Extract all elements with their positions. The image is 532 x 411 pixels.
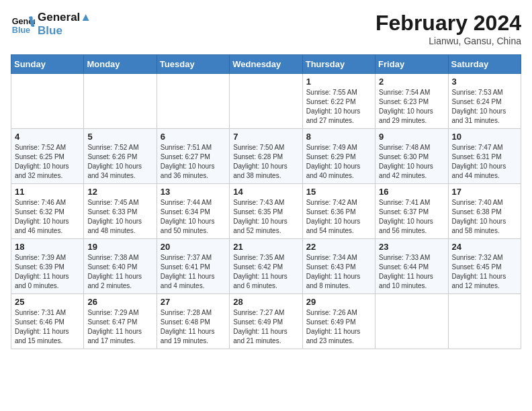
day-number: 14: [233, 187, 298, 197]
calendar-day-cell: 23Sunrise: 7:33 AM Sunset: 6:44 PM Dayli…: [375, 239, 448, 294]
calendar-week-row: 4Sunrise: 7:52 AM Sunset: 6:25 PM Daylig…: [11, 129, 521, 184]
day-info: Sunrise: 7:49 AM Sunset: 6:29 PM Dayligh…: [306, 143, 371, 181]
day-number: 17: [452, 187, 517, 197]
calendar-day-cell: 13Sunrise: 7:44 AM Sunset: 6:34 PM Dayli…: [157, 184, 229, 239]
location: Lianwu, Gansu, China: [375, 36, 521, 46]
day-number: 2: [379, 77, 444, 87]
day-number: 3: [452, 77, 517, 87]
calendar-day-cell: 1Sunrise: 7:55 AM Sunset: 6:22 PM Daylig…: [302, 74, 375, 129]
calendar-week-row: 18Sunrise: 7:39 AM Sunset: 6:39 PM Dayli…: [11, 239, 521, 294]
calendar-day-cell: 24Sunrise: 7:32 AM Sunset: 6:45 PM Dayli…: [448, 239, 521, 294]
day-info: Sunrise: 7:40 AM Sunset: 6:38 PM Dayligh…: [452, 198, 517, 236]
day-info: Sunrise: 7:38 AM Sunset: 6:40 PM Dayligh…: [87, 253, 152, 291]
day-info: Sunrise: 7:35 AM Sunset: 6:42 PM Dayligh…: [233, 253, 298, 291]
day-number: 19: [87, 242, 152, 252]
calendar-day-cell: 4Sunrise: 7:52 AM Sunset: 6:25 PM Daylig…: [11, 129, 84, 184]
weekday-header: Thursday: [302, 55, 375, 74]
day-number: 24: [452, 242, 517, 252]
day-info: Sunrise: 7:55 AM Sunset: 6:22 PM Dayligh…: [306, 88, 371, 126]
calendar-day-cell: 16Sunrise: 7:41 AM Sunset: 6:37 PM Dayli…: [375, 184, 448, 239]
calendar-day-cell: [11, 74, 84, 129]
weekday-header: Tuesday: [157, 55, 229, 74]
calendar-week-row: 11Sunrise: 7:46 AM Sunset: 6:32 PM Dayli…: [11, 184, 521, 239]
weekday-header: Monday: [84, 55, 157, 74]
weekday-header-row: SundayMondayTuesdayWednesdayThursdayFrid…: [11, 55, 521, 74]
day-number: 21: [233, 242, 298, 252]
day-number: 9: [379, 132, 444, 142]
day-info: Sunrise: 7:32 AM Sunset: 6:45 PM Dayligh…: [452, 253, 517, 291]
day-number: 22: [306, 242, 371, 252]
day-info: Sunrise: 7:52 AM Sunset: 6:25 PM Dayligh…: [15, 143, 80, 181]
day-number: 15: [306, 187, 371, 197]
day-number: 6: [161, 132, 226, 142]
day-number: 26: [87, 297, 152, 307]
calendar-day-cell: 17Sunrise: 7:40 AM Sunset: 6:38 PM Dayli…: [448, 184, 521, 239]
calendar-table: SundayMondayTuesdayWednesdayThursdayFrid…: [11, 54, 521, 349]
day-info: Sunrise: 7:33 AM Sunset: 6:44 PM Dayligh…: [379, 253, 444, 291]
calendar-day-cell: 9Sunrise: 7:48 AM Sunset: 6:30 PM Daylig…: [375, 129, 448, 184]
day-info: Sunrise: 7:34 AM Sunset: 6:43 PM Dayligh…: [306, 253, 371, 291]
calendar-day-cell: [375, 294, 448, 349]
calendar-day-cell: 10Sunrise: 7:47 AM Sunset: 6:31 PM Dayli…: [448, 129, 521, 184]
logo-text: General▲: [38, 11, 91, 24]
calendar-day-cell: [157, 74, 229, 129]
calendar-day-cell: [84, 74, 157, 129]
calendar-day-cell: 8Sunrise: 7:49 AM Sunset: 6:29 PM Daylig…: [302, 129, 375, 184]
day-info: Sunrise: 7:47 AM Sunset: 6:31 PM Dayligh…: [452, 143, 517, 181]
day-info: Sunrise: 7:37 AM Sunset: 6:41 PM Dayligh…: [161, 253, 226, 291]
day-number: 27: [161, 297, 226, 307]
calendar-day-cell: [230, 74, 302, 129]
day-info: Sunrise: 7:54 AM Sunset: 6:23 PM Dayligh…: [379, 88, 444, 126]
calendar-day-cell: 2Sunrise: 7:54 AM Sunset: 6:23 PM Daylig…: [375, 74, 448, 129]
calendar-day-cell: 28Sunrise: 7:27 AM Sunset: 6:49 PM Dayli…: [230, 294, 302, 349]
title-block: February 2024 Lianwu, Gansu, China: [375, 11, 521, 46]
calendar-day-cell: 29Sunrise: 7:26 AM Sunset: 6:49 PM Dayli…: [302, 294, 375, 349]
day-info: Sunrise: 7:44 AM Sunset: 6:34 PM Dayligh…: [161, 198, 226, 236]
calendar-day-cell: 3Sunrise: 7:53 AM Sunset: 6:24 PM Daylig…: [448, 74, 521, 129]
logo: General Blue General▲ Blue: [11, 11, 91, 38]
calendar-day-cell: 14Sunrise: 7:43 AM Sunset: 6:35 PM Dayli…: [230, 184, 302, 239]
day-number: 28: [233, 297, 298, 307]
day-info: Sunrise: 7:52 AM Sunset: 6:26 PM Dayligh…: [87, 143, 152, 181]
calendar-day-cell: 25Sunrise: 7:31 AM Sunset: 6:46 PM Dayli…: [11, 294, 84, 349]
calendar-day-cell: 22Sunrise: 7:34 AM Sunset: 6:43 PM Dayli…: [302, 239, 375, 294]
svg-text:Blue: Blue: [12, 26, 30, 35]
logo-icon: General Blue: [11, 12, 35, 36]
weekday-header: Saturday: [448, 55, 521, 74]
calendar-day-cell: 11Sunrise: 7:46 AM Sunset: 6:32 PM Dayli…: [11, 184, 84, 239]
calendar-day-cell: [448, 294, 521, 349]
calendar-day-cell: 19Sunrise: 7:38 AM Sunset: 6:40 PM Dayli…: [84, 239, 157, 294]
day-info: Sunrise: 7:51 AM Sunset: 6:27 PM Dayligh…: [161, 143, 226, 181]
day-info: Sunrise: 7:50 AM Sunset: 6:28 PM Dayligh…: [233, 143, 298, 181]
day-number: 8: [306, 132, 371, 142]
day-number: 13: [161, 187, 226, 197]
calendar-day-cell: 5Sunrise: 7:52 AM Sunset: 6:26 PM Daylig…: [84, 129, 157, 184]
calendar-day-cell: 12Sunrise: 7:45 AM Sunset: 6:33 PM Dayli…: [84, 184, 157, 239]
day-number: 12: [87, 187, 152, 197]
calendar-day-cell: 6Sunrise: 7:51 AM Sunset: 6:27 PM Daylig…: [157, 129, 229, 184]
day-number: 1: [306, 77, 371, 87]
day-number: 11: [15, 187, 80, 197]
day-info: Sunrise: 7:27 AM Sunset: 6:49 PM Dayligh…: [233, 308, 298, 346]
calendar-day-cell: 18Sunrise: 7:39 AM Sunset: 6:39 PM Dayli…: [11, 239, 84, 294]
day-info: Sunrise: 7:45 AM Sunset: 6:33 PM Dayligh…: [87, 198, 152, 236]
day-info: Sunrise: 7:41 AM Sunset: 6:37 PM Dayligh…: [379, 198, 444, 236]
logo-subtext: Blue: [38, 24, 91, 38]
day-info: Sunrise: 7:42 AM Sunset: 6:36 PM Dayligh…: [306, 198, 371, 236]
month-year: February 2024: [375, 11, 521, 36]
day-info: Sunrise: 7:28 AM Sunset: 6:48 PM Dayligh…: [161, 308, 226, 346]
calendar-day-cell: 15Sunrise: 7:42 AM Sunset: 6:36 PM Dayli…: [302, 184, 375, 239]
calendar-day-cell: 27Sunrise: 7:28 AM Sunset: 6:48 PM Dayli…: [157, 294, 229, 349]
day-number: 16: [379, 187, 444, 197]
day-number: 5: [87, 132, 152, 142]
calendar-day-cell: 26Sunrise: 7:29 AM Sunset: 6:47 PM Dayli…: [84, 294, 157, 349]
day-number: 7: [233, 132, 298, 142]
day-info: Sunrise: 7:29 AM Sunset: 6:47 PM Dayligh…: [87, 308, 152, 346]
day-number: 29: [306, 297, 371, 307]
day-info: Sunrise: 7:46 AM Sunset: 6:32 PM Dayligh…: [15, 198, 80, 236]
day-number: 10: [452, 132, 517, 142]
day-number: 23: [379, 242, 444, 252]
day-info: Sunrise: 7:43 AM Sunset: 6:35 PM Dayligh…: [233, 198, 298, 236]
day-number: 25: [15, 297, 80, 307]
day-info: Sunrise: 7:48 AM Sunset: 6:30 PM Dayligh…: [379, 143, 444, 181]
